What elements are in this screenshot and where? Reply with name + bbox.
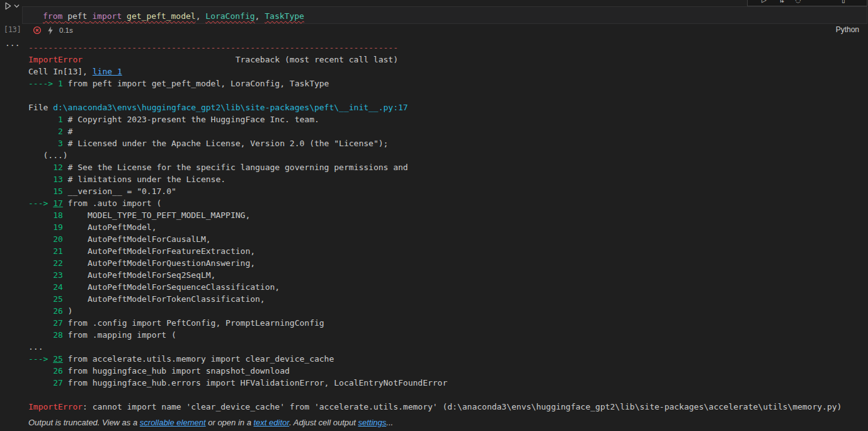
text-segment: 20 bbox=[28, 234, 63, 244]
output-line: ---> 17 from .auto import ( bbox=[28, 197, 868, 209]
text-segment: 21 bbox=[28, 246, 63, 256]
text-segment: # Copyright 2023-present the HuggingFace… bbox=[63, 115, 319, 124]
text-segment: AutoPeftModelForSeq2SeqLM, bbox=[63, 270, 216, 280]
output-line bbox=[28, 389, 868, 401]
cell-status-bar: 0.1s bbox=[22, 25, 73, 36]
text-segment: from .mapping import ( bbox=[63, 330, 176, 340]
text-segment: 24 bbox=[28, 282, 63, 292]
output-line: 13 # limitations under the License. bbox=[28, 173, 868, 185]
error-name: ImportError bbox=[28, 402, 83, 411]
text-segment: # Licensed under the Apache License, Ver… bbox=[63, 139, 389, 148]
notebook-editor: [13] ▷⇅◌▯ from peft import get_peft_mode… bbox=[0, 0, 868, 431]
text-segment: ----> 1 bbox=[28, 79, 63, 88]
text-segment: MODEL_TYPE_TO_PEFT_MODEL_MAPPING, bbox=[63, 210, 250, 220]
output-collapse-indicator[interactable]: ... bbox=[5, 38, 20, 48]
text-segment: ----------------------------------------… bbox=[28, 43, 398, 52]
delete-cell-icon[interactable]: ▯ bbox=[841, 0, 846, 4]
text-segment: 18 bbox=[28, 210, 63, 220]
run-cell-button[interactable] bbox=[3, 1, 20, 11]
run-above-icon[interactable]: ⇅ bbox=[779, 0, 784, 4]
output-line: 19 AutoPeftModel, bbox=[28, 221, 868, 233]
text-segment: import bbox=[92, 11, 122, 21]
text-segment: 28 bbox=[28, 330, 63, 340]
text-segment: 3 bbox=[28, 139, 63, 148]
text-segment: AutoPeftModelForTokenClassification, bbox=[63, 294, 265, 304]
output-line: 1 # Copyright 2023-present the HuggingFa… bbox=[28, 113, 868, 125]
text-segment: AutoPeftModel, bbox=[63, 222, 157, 232]
text-segment bbox=[122, 11, 127, 21]
text-segment: ... bbox=[28, 342, 43, 352]
text-segment: File bbox=[28, 103, 53, 112]
cell-line-link[interactable]: line 1 bbox=[93, 67, 122, 76]
output-line: ----> 1 from peft import get_peft_model,… bbox=[28, 78, 868, 89]
output-line: 22 AutoPeftModelForQuestionAnswering, bbox=[28, 257, 868, 269]
output-line: ---> 25 from accelerate.utils.memory imp… bbox=[28, 353, 868, 365]
output-line: 12 # See the License for the specific la… bbox=[28, 161, 868, 173]
text-segment: 25 bbox=[28, 294, 63, 304]
text-segment: 26 bbox=[28, 306, 63, 316]
text-segment: Traceback (most recent call last) bbox=[83, 55, 398, 64]
output-line: 2 # bbox=[28, 125, 868, 137]
text-segment: from .config import PeftConfig, PromptLe… bbox=[63, 318, 324, 328]
text-segment: ) bbox=[63, 306, 73, 316]
text-segment: # limitations under the License. bbox=[63, 175, 226, 184]
text-segment: 27 bbox=[28, 318, 63, 328]
text-segment: from huggingface_hub.errors import HFVal… bbox=[63, 378, 447, 388]
output-line: Output is truncated. View as a scrollabl… bbox=[28, 417, 393, 428]
execution-status-icon bbox=[47, 26, 54, 35]
text-segment: . Adjust cell output bbox=[289, 418, 358, 427]
debug-cell-icon[interactable]: ◌ bbox=[796, 0, 801, 4]
text-segment: : cannot import name 'clear_device_cache… bbox=[83, 402, 842, 411]
output-line bbox=[28, 89, 868, 101]
text-segment: 15 bbox=[28, 187, 63, 196]
chevron-down-icon bbox=[14, 4, 20, 8]
cell-toolbar: ▷⇅◌▯ bbox=[747, 0, 867, 6]
text-segment: AutoPeftModelForSequenceClassification, bbox=[63, 282, 280, 292]
output-line: Cell In[13], line 1 bbox=[28, 66, 868, 78]
output-line: 3 # Licensed under the Apache License, V… bbox=[28, 137, 868, 149]
text-segment: LoraConfig bbox=[205, 11, 254, 21]
text-segment: 13 bbox=[28, 175, 63, 184]
run-by-line-icon[interactable]: ▷ bbox=[762, 0, 767, 4]
text-segment: 17 bbox=[53, 198, 63, 208]
text-segment: Cell In[13], bbox=[28, 67, 93, 76]
text-segment: from accelerate.utils.memory import clea… bbox=[63, 354, 334, 364]
error-name: ImportError bbox=[28, 55, 83, 64]
scrollable-element-link[interactable]: scrollable element bbox=[140, 418, 206, 427]
output-line: ... bbox=[28, 341, 868, 353]
text-segment: from .auto import ( bbox=[63, 198, 162, 208]
cell-code-editor[interactable]: from peft import get_peft_model, LoraCon… bbox=[22, 6, 867, 24]
text-segment: 12 bbox=[28, 163, 63, 172]
output-line: ----------------------------------------… bbox=[28, 42, 868, 54]
text-segment: 2 bbox=[28, 127, 63, 136]
output-settings-link[interactable]: settings bbox=[358, 418, 386, 427]
file-path-link[interactable]: d:\anaconda3\envs\huggingface_gpt2\lib\s… bbox=[53, 103, 408, 112]
text-segment: get_peft_model bbox=[127, 11, 196, 21]
text-segment: __version__ = "0.17.0" bbox=[63, 187, 176, 196]
text-segment: 1 bbox=[28, 115, 63, 124]
language-picker[interactable]: Python bbox=[836, 25, 859, 34]
text-segment: 26 bbox=[28, 366, 63, 376]
output-line: from peft import get_peft_model, LoraCon… bbox=[43, 10, 304, 22]
traceback-output: ----------------------------------------… bbox=[28, 42, 868, 413]
text-segment: 25 bbox=[53, 354, 63, 364]
text-segment: # See the License for the specific langu… bbox=[63, 163, 408, 172]
text-segment: 19 bbox=[28, 222, 63, 232]
text-segment: 22 bbox=[28, 258, 63, 268]
output-line: 26 ) bbox=[28, 305, 868, 317]
cell-code-line[interactable]: from peft import get_peft_model, LoraCon… bbox=[43, 10, 304, 22]
output-line: 21 AutoPeftModelForFeatureExtraction, bbox=[28, 245, 868, 257]
output-line: File d:\anaconda3\envs\huggingface_gpt2\… bbox=[28, 101, 868, 113]
output-line: ImportError: cannot import name 'clear_d… bbox=[28, 401, 868, 413]
output-line: 24 AutoPeftModelForSequenceClassificatio… bbox=[28, 281, 868, 293]
text-segment: AutoPeftModelForFeatureExtraction, bbox=[63, 246, 255, 256]
text-segment: , bbox=[255, 11, 265, 21]
output-line: 28 from .mapping import ( bbox=[28, 329, 868, 341]
text-segment: ---> bbox=[28, 198, 53, 208]
text-segment: AutoPeftModelForCausalLM, bbox=[63, 234, 211, 244]
text-segment: AutoPeftModelForQuestionAnswering, bbox=[63, 258, 255, 268]
execution-count-label: [13] bbox=[4, 25, 21, 34]
text-editor-link[interactable]: text editor bbox=[253, 418, 289, 427]
text-segment: (...) bbox=[28, 151, 68, 160]
text-segment: from bbox=[43, 11, 62, 21]
